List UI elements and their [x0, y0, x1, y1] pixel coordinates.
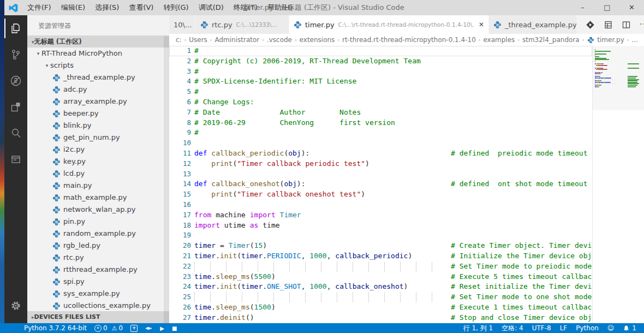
code-editor[interactable]: 1#2# Copyright (c) 2006-2019, RT-Thread … — [169, 46, 592, 323]
code-line-21[interactable]: 21timer.init(timer.PERIODIC, 1000, callb… — [169, 251, 592, 261]
sidebar-item-rtc-py[interactable]: rtc.py — [27, 252, 169, 264]
tab--thread-example-py[interactable]: _thread_example.pyC:\ — [489, 15, 576, 34]
code-line-24[interactable]: 24timer.init(timer.ONE_SHOT, 1000, callb… — [169, 282, 592, 292]
menu-item-3[interactable]: 查看(V) — [124, 0, 158, 15]
problems-status[interactable]: ✕ 0 ⚠ 0 — [94, 324, 123, 332]
code-line-1[interactable]: 1# — [169, 46, 592, 56]
code-line-2[interactable]: 2# Copyright (c) 2006-2019, RT-Thread De… — [169, 56, 592, 67]
sidebar-item-key-py[interactable]: key.py — [27, 156, 169, 168]
code-line-7[interactable]: 7# Date Author Notes — [169, 108, 592, 118]
feedback-smiley-icon[interactable]: ☺ — [607, 324, 615, 332]
code-line-16[interactable]: 16 — [169, 200, 592, 210]
tab-10-[interactable]: 10\... — [169, 15, 195, 34]
code-line-10[interactable]: 10 — [169, 138, 592, 148]
settings-gear-icon[interactable] — [4, 293, 27, 319]
output-panel-icon[interactable] — [4, 146, 27, 173]
debug-icon[interactable] — [4, 68, 27, 94]
sidebar-item-i2c-py[interactable]: i2c.py — [27, 144, 169, 156]
breadcrumb-item-4[interactable]: extensions — [300, 36, 335, 44]
code-line-6[interactable]: 6# Change Logs: — [169, 97, 592, 108]
maximize-button[interactable]: □ — [595, 0, 619, 15]
sidebar-item-beeper-py[interactable]: beeper.py — [27, 108, 169, 120]
breadcrumb[interactable]: c:›Users›Administrator›.vscode›extension… — [169, 34, 644, 46]
breadcrumb-item-3[interactable]: .vscode — [267, 36, 292, 44]
download-to-device-button[interactable]: + — [130, 325, 138, 332]
breadcrumb-item-6[interactable]: examples — [483, 36, 515, 44]
code-line-11[interactable]: 11def callback_periodic(obj):# defined p… — [169, 148, 592, 159]
sidebar-item-random-example-py[interactable]: random_example.py — [27, 228, 169, 240]
sidebar-item-math-example-py[interactable]: math_example.py — [27, 192, 169, 204]
open-preview-icon[interactable] — [604, 20, 613, 29]
sidebar-item-lcd-py[interactable]: lcd.py — [27, 168, 169, 180]
extensions-icon[interactable] — [4, 94, 27, 120]
code-line-4[interactable]: 4# SPDX-License-Identifier: MIT License — [169, 76, 592, 87]
menu-item-4[interactable]: 转到(G) — [158, 0, 193, 15]
breadcrumb-item-2[interactable]: Administrator — [214, 36, 259, 44]
indentation-status[interactable]: 空格: 4 — [502, 324, 523, 333]
sidebar-item-network-wlan-ap-py[interactable]: network_wlan_ap.py — [27, 204, 169, 216]
code-line-9[interactable]: 9# — [169, 128, 592, 138]
sidebar-item-array-example-py[interactable]: array_example.py — [27, 96, 169, 108]
code-line-13[interactable]: 13 — [169, 169, 592, 180]
code-line-23[interactable]: 23time.sleep_ms(5500)# Execute 5 times t… — [169, 272, 592, 282]
workspace-section-header[interactable]: ▾无标题 (工作区) — [27, 35, 169, 47]
sidebar-item-ucollections-example-py[interactable]: ucollections_example.py — [27, 300, 169, 312]
sidebar-item-rtthread-example-py[interactable]: rtthread_example.py — [27, 264, 169, 276]
encoding-status[interactable]: UTF-8 — [532, 324, 551, 332]
breadcrumb-item-9[interactable]: ... — [631, 36, 637, 44]
breadcrumb-item-8[interactable]: timer.py — [597, 36, 624, 44]
menu-item-5[interactable]: 调试(D) — [194, 0, 229, 15]
code-line-19[interactable]: 19 — [169, 230, 592, 241]
breadcrumb-item-1[interactable]: Users — [189, 36, 207, 44]
sidebar-item-adc-py[interactable]: adc.py — [27, 84, 169, 96]
search-icon[interactable] — [4, 120, 27, 146]
sidebar-item-blink-py[interactable]: blink.py — [27, 120, 169, 132]
sidebar-scrollbar[interactable] — [164, 36, 169, 323]
sidebar-item-main-py[interactable]: main.py — [27, 180, 169, 192]
menu-item-0[interactable]: 文件(F) — [22, 0, 56, 15]
run-file-button[interactable]: ▶ — [160, 325, 164, 331]
python-interpreter-status[interactable]: Python 3.7.2 64-bit — [24, 324, 87, 332]
code-line-8[interactable]: 8# 2019-06-29 ChenYong first version — [169, 118, 592, 128]
code-line-20[interactable]: 20timer = Timer(15)# Create Timer object… — [169, 241, 592, 251]
code-line-15[interactable]: 15 print("Timer callback oneshot test") — [169, 189, 592, 200]
language-mode[interactable]: Python — [576, 324, 599, 332]
sidebar-item-scripts[interactable]: ▾scripts — [27, 60, 169, 72]
sidebar-item-get-pin-num-py[interactable]: get_pin_num.py — [27, 132, 169, 144]
code-line-17[interactable]: 17from machine import Timer — [169, 210, 592, 221]
breadcrumb-item-5[interactable]: rt-thread.rt-thread-micropython-0.1.4-10 — [342, 36, 476, 44]
cursor-position[interactable]: 行 1, 列 1 — [463, 324, 493, 333]
code-line-25[interactable]: 25# Set Timer mode to one shot mode, tim… — [169, 292, 592, 302]
sidebar-item-rgb-led-py[interactable]: rgb_led.py — [27, 240, 169, 252]
sidebar-item-pin-py[interactable]: pin.py — [27, 216, 169, 228]
tab-close-icon[interactable]: ✕ — [474, 21, 484, 28]
sidebar-item--thread-example-py[interactable]: _thread_example.py — [27, 72, 169, 84]
split-editor-icon[interactable] — [622, 20, 631, 29]
code-line-12[interactable]: 12 print("Timer callback periodic test") — [169, 159, 592, 169]
sidebar-item-spi-py[interactable]: spi.py — [27, 276, 169, 288]
close-button[interactable]: ✕ — [619, 0, 644, 15]
breadcrumb-item-7[interactable]: stm32l4_pandora — [522, 36, 580, 44]
tab-rtc-py[interactable]: rtc.pyC:\...\12333\... — [196, 15, 289, 34]
minimize-button[interactable]: – — [570, 0, 595, 15]
more-actions-icon[interactable]: ··· — [640, 20, 644, 29]
rtthread-run-icon[interactable] — [586, 20, 595, 29]
sidebar-item-sys-example-py[interactable]: sys_example.py — [27, 288, 169, 300]
eol-status[interactable]: LF — [560, 324, 568, 332]
notifications-bell[interactable]: 1 — [623, 324, 636, 332]
breadcrumb-item-0[interactable]: c: — [176, 36, 182, 44]
minimap[interactable] — [592, 46, 644, 323]
menu-item-1[interactable]: 编辑(E) — [56, 0, 90, 15]
menu-item-2[interactable]: 选择(S) — [90, 0, 124, 15]
code-line-27[interactable]: 27timer.deinit()# Stop and close Timer d… — [169, 313, 592, 323]
source-control-icon[interactable] — [4, 41, 27, 68]
explorer-icon[interactable] — [4, 15, 27, 41]
code-line-18[interactable]: 18import utime as time — [169, 221, 592, 231]
code-line-22[interactable]: 22# Set Timer mode to preiodic mode, tim… — [169, 261, 592, 272]
code-line-26[interactable]: 26time.sleep_ms(1500)# Execute 1 times t… — [169, 302, 592, 313]
stop-button[interactable]: ■ — [172, 325, 177, 331]
code-line-5[interactable]: 5# — [169, 87, 592, 97]
sidebar-item-rt-thread-micropython[interactable]: ▾RT-Thread MicroPython — [27, 47, 169, 60]
tab-timer-py[interactable]: timer.pyC:\...\rt-thread.rt-thread-micro… — [289, 15, 488, 34]
code-line-14[interactable]: 14def callback_oneshot(obj):# defined on… — [169, 179, 592, 189]
